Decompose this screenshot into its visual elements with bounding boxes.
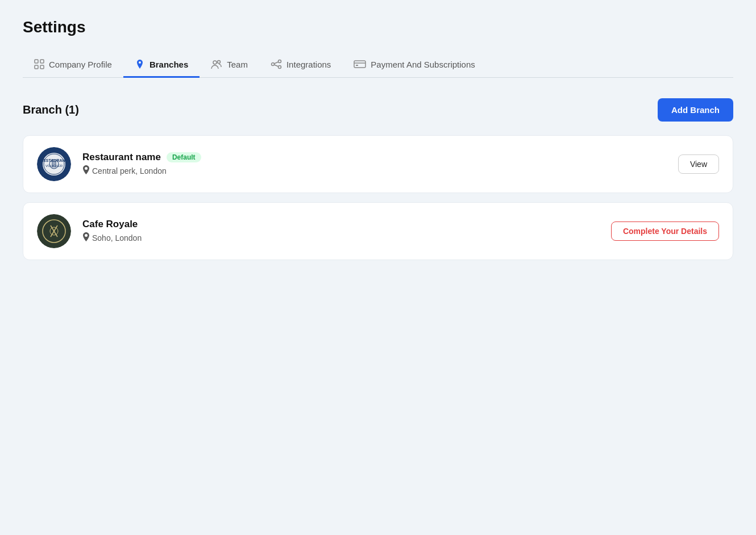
svg-point-5: [218, 61, 221, 64]
svg-rect-13: [356, 65, 358, 66]
tab-team-label: Team: [227, 60, 248, 69]
svg-rect-1: [40, 60, 44, 63]
svg-rect-0: [35, 60, 38, 63]
svg-rect-2: [35, 65, 38, 69]
svg-rect-3: [40, 65, 44, 69]
tab-integrations[interactable]: Integrations: [259, 52, 342, 78]
tab-company-profile-label: Company Profile: [49, 60, 112, 69]
team-icon: [211, 59, 222, 69]
svg-line-9: [274, 62, 278, 64]
tabs-nav: Company Profile Branches Team: [23, 52, 733, 78]
tab-payment[interactable]: Payment And Subscriptions: [342, 52, 486, 78]
tab-branches[interactable]: Branches: [123, 52, 200, 78]
complete-details-button-2[interactable]: Complete Your Details: [611, 221, 719, 241]
content-header: Branch (1) Add Branch: [23, 98, 733, 122]
svg-point-7: [278, 60, 281, 63]
svg-line-10: [274, 65, 278, 66]
tab-branches-label: Branches: [149, 60, 188, 69]
branch-location-text-1: Central perk, London: [92, 166, 167, 175]
card-icon: [354, 59, 366, 69]
branch-name-row-1: Restaurant name Default: [82, 152, 678, 163]
branch-location-1: Central perk, London: [82, 165, 678, 176]
branch-card-1: RESTAURANT VOUCHER Restaurant name Defau…: [23, 135, 733, 193]
branch-action-2: Complete Your Details: [611, 221, 719, 241]
grid-icon: [34, 59, 44, 69]
branch-info-1: Restaurant name Default Central perk, Lo…: [82, 152, 678, 176]
integrations-icon: [271, 59, 282, 69]
branch-count-title: Branch (1): [23, 103, 79, 116]
branch-card-2: Cafe Royale Soho, London Complete Your D…: [23, 202, 733, 260]
svg-point-6: [271, 63, 274, 66]
branch-name-1: Restaurant name: [82, 152, 161, 163]
branch-avatar-2: [37, 214, 71, 248]
branch-action-1: View: [678, 154, 719, 174]
branch-location-2: Soho, London: [82, 232, 611, 243]
location-pin-icon: [135, 59, 145, 69]
branch-name-2: Cafe Royale: [82, 219, 138, 230]
branch-avatar-1: RESTAURANT VOUCHER: [37, 147, 71, 181]
view-button-1[interactable]: View: [678, 154, 719, 174]
branch-name-row-2: Cafe Royale: [82, 219, 611, 230]
page-container: Settings Company Profile Branches: [0, 0, 756, 287]
location-icon-2: [82, 232, 90, 243]
svg-point-8: [278, 66, 281, 69]
location-icon-1: [82, 165, 90, 176]
branch-location-text-2: Soho, London: [92, 233, 142, 243]
branch-info-2: Cafe Royale Soho, London: [82, 219, 611, 243]
tab-team[interactable]: Team: [200, 52, 259, 78]
tab-integrations-label: Integrations: [286, 60, 331, 69]
tab-payment-label: Payment And Subscriptions: [371, 60, 475, 69]
tab-company-profile[interactable]: Company Profile: [23, 52, 123, 78]
default-badge-1: Default: [167, 152, 201, 162]
svg-rect-11: [354, 61, 365, 68]
page-title: Settings: [23, 18, 733, 36]
svg-point-4: [213, 61, 217, 64]
add-branch-button[interactable]: Add Branch: [658, 98, 733, 122]
branches-list: RESTAURANT VOUCHER Restaurant name Defau…: [23, 135, 733, 260]
